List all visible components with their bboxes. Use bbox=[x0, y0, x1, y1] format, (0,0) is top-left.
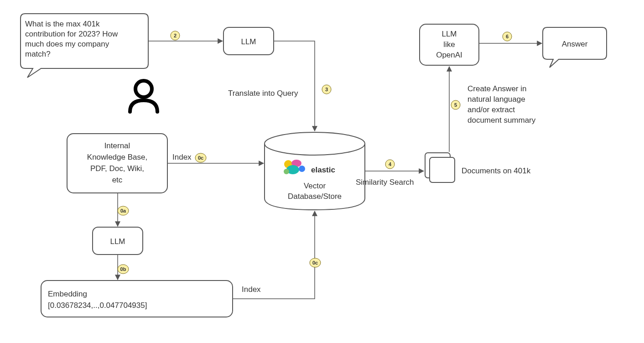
badge-6: 6 bbox=[503, 32, 512, 41]
question-line-3: match? bbox=[25, 50, 51, 58]
svg-text:0c: 0c bbox=[312, 260, 318, 265]
badge-0b: 0b bbox=[118, 265, 129, 274]
vectordb-line-0: Vector bbox=[304, 182, 326, 190]
badge-0a: 0a bbox=[118, 206, 129, 215]
llm3-line-1: like bbox=[443, 40, 455, 49]
svg-text:0b: 0b bbox=[120, 266, 126, 272]
kb-line-2: PDF, Doc, Wiki, bbox=[90, 164, 144, 173]
badge-2: 2 bbox=[171, 31, 180, 40]
answer-bubble: Answer bbox=[543, 27, 607, 68]
svg-text:6: 6 bbox=[506, 34, 509, 39]
vector-db-cylinder: elastic Vector Database/Store bbox=[265, 132, 365, 210]
svg-text:2: 2 bbox=[174, 33, 177, 38]
svg-text:0a: 0a bbox=[120, 208, 126, 213]
badge-5: 5 bbox=[451, 100, 460, 109]
createanswer-line-2: and/or extract bbox=[467, 105, 515, 114]
badge-0c-2: 0c bbox=[310, 258, 321, 267]
createanswer-line-0: Create Answer in bbox=[467, 84, 526, 93]
embedding-line-0: Embedding bbox=[48, 290, 87, 298]
question-line-1: contribution for 2023? How bbox=[25, 30, 118, 38]
svg-rect-4 bbox=[41, 281, 233, 317]
svg-text:0c: 0c bbox=[198, 155, 203, 161]
documents-stack: Documents on 401k bbox=[425, 153, 531, 182]
badge-4: 4 bbox=[385, 160, 395, 169]
translate-label: Translate into Query bbox=[228, 89, 298, 98]
svg-text:4: 4 bbox=[389, 161, 392, 167]
llm-box-1: LLM bbox=[223, 27, 274, 55]
kb-line-1: Knowledge Base, bbox=[87, 153, 147, 161]
svg-text:3: 3 bbox=[325, 87, 328, 92]
llm3-line-2: OpenAI bbox=[436, 51, 462, 59]
answer-label: Answer bbox=[562, 40, 588, 48]
index2-label: Index bbox=[242, 285, 261, 294]
svg-text:5: 5 bbox=[454, 102, 457, 108]
llm3-line-0: LLM bbox=[441, 30, 457, 38]
elastic-brand: elastic bbox=[311, 166, 335, 174]
createanswer-line-3: document summary bbox=[467, 116, 536, 125]
svg-point-0 bbox=[135, 81, 152, 97]
kb-line-3: etc bbox=[112, 176, 123, 184]
llm2-label: LLM bbox=[110, 237, 125, 246]
question-line-2: much does my company bbox=[25, 40, 109, 48]
index1-label: Index bbox=[172, 153, 192, 161]
llm-box-2: LLM bbox=[93, 227, 143, 255]
badge-0c-1: 0c bbox=[195, 153, 206, 162]
documents-label: Documents on 401k bbox=[462, 166, 531, 175]
knowledge-base-box: Internal Knowledge Base, PDF, Doc, Wiki,… bbox=[67, 134, 167, 193]
embedding-box: Embedding [0.03678234,..,0.047704935] bbox=[41, 281, 233, 317]
llm1-label: LLM bbox=[241, 37, 256, 46]
question-line-0: What is the max 401k bbox=[25, 20, 100, 28]
createanswer-line-1: natural language bbox=[467, 95, 525, 104]
user-icon bbox=[130, 81, 157, 112]
llm-openai-box: LLM like OpenAI bbox=[420, 24, 479, 65]
svg-point-9 bbox=[299, 166, 305, 172]
badge-3: 3 bbox=[322, 85, 331, 94]
vectordb-line-1: Database/Store bbox=[288, 192, 342, 201]
svg-rect-13 bbox=[430, 157, 455, 182]
embedding-line-1: [0.03678234,..,0.047704935] bbox=[48, 301, 147, 310]
similarity-label: Similarity Search bbox=[356, 178, 414, 187]
kb-line-0: Internal bbox=[104, 141, 130, 150]
question-bubble: What is the max 401k contribution for 20… bbox=[21, 14, 148, 78]
svg-point-5 bbox=[265, 132, 365, 155]
svg-point-10 bbox=[284, 169, 289, 174]
arrow-llm1-db bbox=[274, 41, 315, 131]
